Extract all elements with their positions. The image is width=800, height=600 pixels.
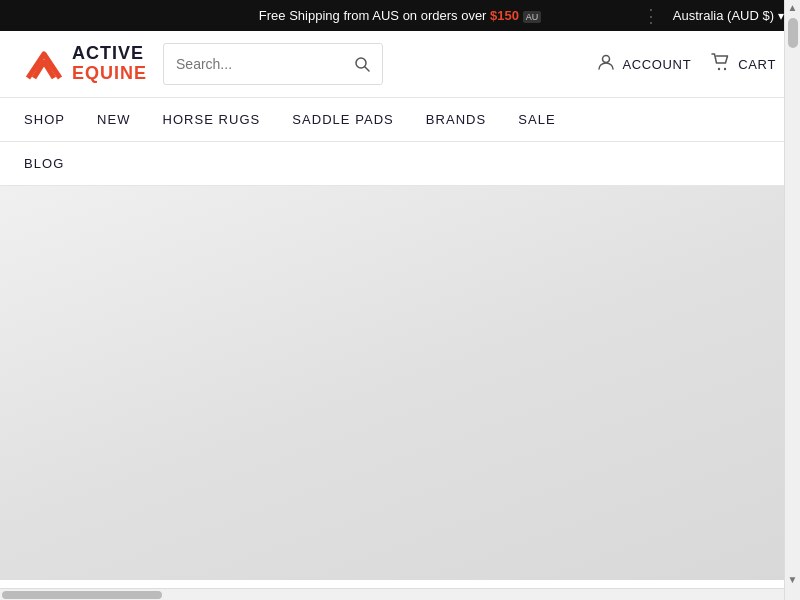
nav-row2: BLOG [0,142,800,186]
scroll-down-arrow[interactable]: ▼ [786,572,800,586]
scrollbar-thumb[interactable] [2,591,162,599]
shipping-text: Free Shipping from AUS on orders over $1… [259,8,541,23]
shipping-amount: $150 [490,8,519,23]
main-nav: SHOP NEW HORSE RUGS SADDLE PADS BRANDS S… [0,98,800,142]
nav-item-horse-rugs[interactable]: HORSE RUGS [146,98,276,141]
header: ACTIVE EQUINE ACCOUNT [0,31,800,98]
cart-link[interactable]: CART [711,53,776,76]
top-banner: Free Shipping from AUS on orders over $1… [0,0,800,31]
nav-item-saddle-pads[interactable]: SADDLE PADS [276,98,410,141]
nav-item-sale[interactable]: SALE [502,98,571,141]
bottom-scrollbar[interactable] [0,588,784,600]
right-scrollbar-thumb[interactable] [788,18,798,48]
nav-item-new[interactable]: NEW [81,98,146,141]
search-button[interactable] [354,56,370,72]
account-icon [597,53,615,76]
header-actions: ACCOUNT CART [597,53,776,76]
search-bar[interactable] [163,43,383,85]
logo-icon [24,46,64,82]
main-content [0,186,800,580]
account-label: ACCOUNT [622,57,691,72]
nav-item-blog[interactable]: BLOG [24,142,776,185]
search-icon [354,56,370,72]
logo-text: ACTIVE EQUINE [72,44,147,84]
logo-active: ACTIVE [72,44,147,64]
svg-line-1 [365,67,369,71]
right-scrollbar[interactable]: ▲ ▼ [784,0,800,600]
nav-item-shop[interactable]: SHOP [24,98,81,141]
account-link[interactable]: ACCOUNT [597,53,691,76]
au-badge: AU [523,11,542,23]
scroll-up-arrow[interactable]: ▲ [786,0,800,14]
svg-point-4 [724,67,726,69]
divider: ⋮ [642,5,660,27]
logo[interactable]: ACTIVE EQUINE [24,44,147,84]
cart-label: CART [738,57,776,72]
logo-equine: EQUINE [72,64,147,84]
nav-item-brands[interactable]: BRANDS [410,98,502,141]
region-selector[interactable]: Australia (AUD $) ▾ [673,8,784,23]
region-label: Australia (AUD $) [673,8,774,23]
svg-point-2 [603,55,610,62]
search-input[interactable] [176,56,354,72]
cart-icon [711,53,731,76]
svg-point-3 [718,67,720,69]
